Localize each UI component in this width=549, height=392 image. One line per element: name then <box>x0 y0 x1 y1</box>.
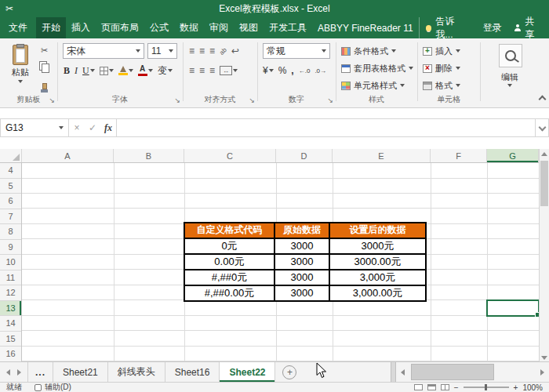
sheet-tab-sheet22[interactable]: Sheet22 <box>220 362 275 382</box>
table-cell[interactable]: 0元 <box>184 238 274 254</box>
table-cell[interactable]: 3,000.00元 <box>329 285 426 301</box>
decrease-decimal-button[interactable]: .0→ <box>314 67 326 74</box>
table-cell[interactable]: 3000 <box>274 254 329 270</box>
underline-button[interactable]: U <box>82 65 95 77</box>
accessibility-status[interactable]: 辅助(D) <box>35 382 71 392</box>
column-header-f[interactable]: F <box>431 149 487 162</box>
find-select-button[interactable] <box>499 44 522 67</box>
sheet-tab-sheet16[interactable]: Sheet16 <box>165 362 220 382</box>
scroll-up-icon[interactable] <box>540 152 549 156</box>
table-cell[interactable]: 0.00元 <box>184 254 274 270</box>
font-size-combobox[interactable]: 11 <box>147 43 177 59</box>
tab-formulas[interactable]: 公式 <box>144 17 174 38</box>
table-cell[interactable]: 3,000元 <box>329 270 426 285</box>
delete-cells-button[interactable]: × 删除 <box>420 60 478 76</box>
phonetic-guide-button[interactable]: 变 <box>158 64 173 78</box>
insert-function-icon[interactable]: fx <box>100 122 116 134</box>
column-header-c[interactable]: C <box>184 149 276 162</box>
sheet-nav-right-icon[interactable] <box>17 369 21 376</box>
table-cell[interactable]: 3000元 <box>329 238 426 254</box>
percent-style-button[interactable]: % <box>278 65 287 76</box>
scroll-down-icon[interactable] <box>540 353 549 360</box>
align-middle-button[interactable]: ≡ <box>199 46 205 56</box>
table-cell[interactable]: 3000.00元 <box>329 254 426 270</box>
tell-me-button[interactable]: 告诉我... <box>419 17 478 38</box>
fill-color-button[interactable] <box>118 66 133 75</box>
orientation-button[interactable]: ab <box>218 46 228 56</box>
font-name-combobox[interactable]: 宋体 <box>63 43 144 59</box>
row-header-13[interactable]: 13 <box>0 301 21 317</box>
row-header-12[interactable]: 12 <box>0 285 21 301</box>
select-all-corner[interactable] <box>0 149 22 162</box>
align-right-button[interactable]: ≡ <box>209 66 215 75</box>
tab-view[interactable]: 视图 <box>234 17 264 38</box>
table-cell[interactable]: #,##0元 <box>184 270 274 285</box>
sheet-tab-xiexianbiaotou[interactable]: 斜线表头 <box>108 362 165 382</box>
tab-insert[interactable]: 插入 <box>66 17 96 38</box>
tab-file[interactable]: 文件 <box>0 17 36 38</box>
row-header-11[interactable]: 11 <box>0 270 21 286</box>
align-left-button[interactable]: ≡ <box>189 66 195 75</box>
row-header-7[interactable]: 7 <box>0 209 21 225</box>
horizontal-scrollbar-thumb[interactable] <box>411 364 494 380</box>
add-sheet-icon[interactable]: + <box>282 365 296 379</box>
formula-input[interactable] <box>116 118 536 137</box>
insert-cells-button[interactable]: + 插入 <box>420 43 478 59</box>
align-center-button[interactable]: ≡ <box>199 66 205 75</box>
borders-button[interactable] <box>100 67 114 75</box>
sheet-tab-overflow[interactable]: ... <box>28 362 53 382</box>
cancel-icon[interactable]: × <box>69 122 85 133</box>
vertical-scrollbar-thumb[interactable] <box>540 161 548 206</box>
tab-data[interactable]: 数据 <box>174 17 204 38</box>
number-format-combobox[interactable]: 常规 <box>263 43 330 59</box>
share-button[interactable]: 共享 <box>507 17 549 38</box>
table-cell[interactable]: #,##0.00元 <box>184 285 274 301</box>
collapse-ribbon-icon[interactable] <box>540 96 545 102</box>
dialog-launcher-icon[interactable]: ↘ <box>327 97 333 104</box>
comma-style-button[interactable]: , <box>291 65 293 76</box>
paste-button[interactable]: 粘贴 <box>4 42 37 91</box>
row-header-5[interactable]: 5 <box>0 179 21 194</box>
scroll-right-icon[interactable] <box>536 362 549 382</box>
tab-scroll-splitter[interactable] <box>391 362 396 382</box>
column-header-g[interactable]: G <box>487 149 539 162</box>
page-layout-view-icon[interactable] <box>427 384 436 390</box>
table-header-cell[interactable]: 设置后的数据 <box>329 223 426 238</box>
formula-bar-expand-icon[interactable] <box>536 118 549 137</box>
cells-area[interactable]: 自定义格式代码 原始数据 设置后的数据 0元 3000 3000元 0.00元 … <box>22 163 539 362</box>
row-header-16[interactable]: 16 <box>0 347 21 362</box>
copy-button[interactable] <box>39 61 49 75</box>
row-header-8[interactable]: 8 <box>0 224 21 240</box>
align-top-button[interactable]: ≡ <box>189 46 195 56</box>
zoom-slider-thumb[interactable] <box>485 384 487 390</box>
editing-dropdown[interactable] <box>480 84 540 87</box>
row-header-15[interactable]: 15 <box>0 332 21 347</box>
sign-in-button[interactable]: 登录 <box>478 17 507 38</box>
tab-page-layout[interactable]: 页面布局 <box>96 17 144 38</box>
table-cell[interactable]: 3000 <box>274 270 329 285</box>
bold-button[interactable]: B <box>64 65 70 77</box>
row-header-10[interactable]: 10 <box>0 255 21 270</box>
column-header-e[interactable]: E <box>333 149 431 162</box>
row-header-14[interactable]: 14 <box>0 316 21 332</box>
sheet-nav-left-icon[interactable] <box>6 369 10 376</box>
row-header-4[interactable]: 4 <box>0 163 21 179</box>
tab-home[interactable]: 开始 <box>36 17 66 38</box>
name-box[interactable]: G13 <box>0 118 69 137</box>
sheet-tab-sheet21[interactable]: Sheet21 <box>53 362 108 382</box>
tab-abbyy[interactable]: ABBYY FineReader 11 <box>312 17 419 38</box>
format-cells-button[interactable]: 格式 <box>420 78 478 93</box>
tab-review[interactable]: 审阅 <box>204 17 234 38</box>
column-header-a[interactable]: A <box>22 149 114 162</box>
zoom-out-icon[interactable]: − <box>454 383 459 392</box>
dialog-launcher-icon[interactable]: ↘ <box>249 97 255 104</box>
page-break-view-icon[interactable] <box>441 384 449 390</box>
column-header-b[interactable]: B <box>114 149 184 162</box>
tab-developer[interactable]: 开发工具 <box>264 17 312 38</box>
table-cell[interactable]: 3000 <box>274 285 329 301</box>
cut-button[interactable]: ✂ <box>41 45 48 56</box>
conditional-formatting-button[interactable]: 条件格式 <box>339 43 416 59</box>
format-as-table-button[interactable]: 套用表格格式 <box>339 60 416 76</box>
active-cell-g13[interactable] <box>486 299 540 317</box>
increase-decimal-button[interactable]: ←.0 <box>299 67 311 74</box>
